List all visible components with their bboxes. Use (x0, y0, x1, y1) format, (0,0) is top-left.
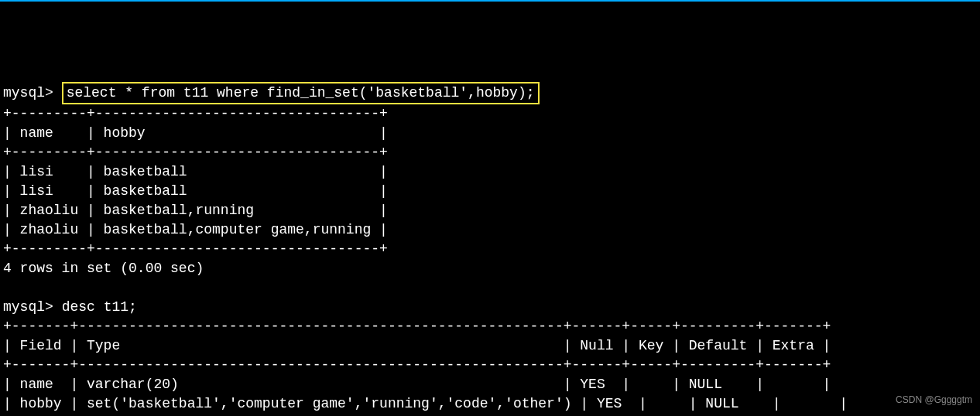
table-border: +---------+-----------------------------… (3, 106, 388, 121)
sql-query-1: select * from t11 where find_in_set('bas… (67, 85, 535, 101)
mysql-prompt: mysql> (3, 85, 53, 101)
table-row: | zhaoliu | basketball,running | (3, 203, 388, 218)
sql-query-2: desc t11; (62, 299, 137, 315)
result-status: 4 rows in set (0.00 sec) (3, 261, 204, 276)
table-row: | name | varchar(20) | YES | | NULL | | (3, 377, 831, 392)
table-border: +-------+-------------------------------… (3, 357, 831, 373)
table-border: +---------+-----------------------------… (3, 241, 388, 257)
table-border: +-------+-------------------------------… (3, 319, 831, 334)
table-row: | zhaoliu | basketball,computer game,run… (3, 222, 388, 237)
terminal-output: mysql> select * from t11 where find_in_s… (3, 84, 977, 416)
highlighted-query: select * from t11 where find_in_set('bas… (62, 82, 540, 104)
table-header: | Field | Type | Null | Key | Default | … (3, 338, 831, 353)
table-border: +---------+-----------------------------… (3, 145, 388, 160)
table-row: | lisi | basketball | (3, 164, 388, 179)
table-row: | lisi | basketball | (3, 183, 388, 199)
watermark-text: CSDN @Gggggtm (896, 390, 972, 410)
table-row: | hobby | set('basketball','computer gam… (3, 396, 848, 411)
mysql-prompt: mysql> (3, 299, 53, 315)
table-header: | name | hobby | (3, 125, 388, 141)
